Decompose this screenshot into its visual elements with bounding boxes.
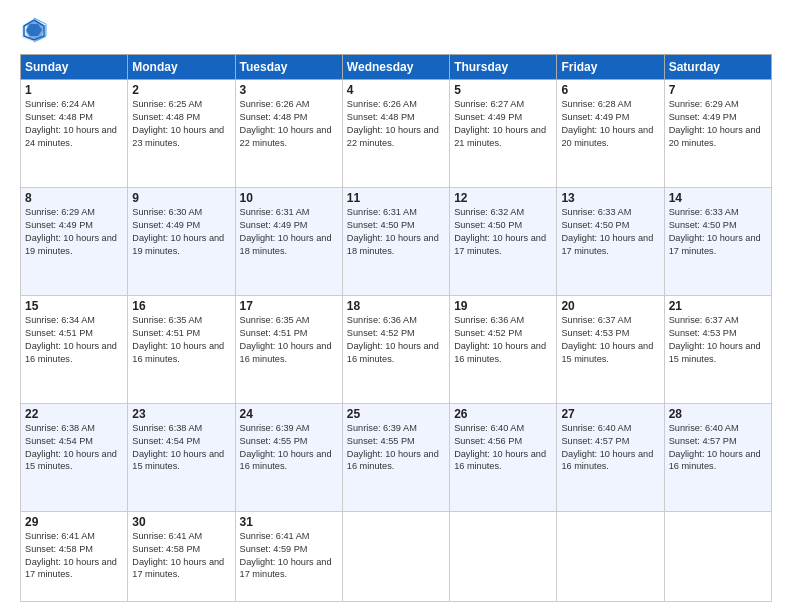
day-number: 12 (454, 191, 552, 205)
day-number: 31 (240, 515, 338, 529)
cell-info: Sunrise: 6:33 AMSunset: 4:50 PMDaylight:… (669, 207, 761, 256)
calendar-cell-day-22: 22Sunrise: 6:38 AMSunset: 4:54 PMDayligh… (21, 403, 128, 511)
day-number: 23 (132, 407, 230, 421)
day-number: 19 (454, 299, 552, 313)
calendar-cell-day-3: 3Sunrise: 6:26 AMSunset: 4:48 PMDaylight… (235, 80, 342, 188)
cell-info: Sunrise: 6:26 AMSunset: 4:48 PMDaylight:… (347, 99, 439, 148)
cell-info: Sunrise: 6:33 AMSunset: 4:50 PMDaylight:… (561, 207, 653, 256)
cell-info: Sunrise: 6:34 AMSunset: 4:51 PMDaylight:… (25, 315, 117, 364)
day-number: 22 (25, 407, 123, 421)
cell-info: Sunrise: 6:41 AMSunset: 4:58 PMDaylight:… (132, 531, 224, 580)
calendar-week-row: 1Sunrise: 6:24 AMSunset: 4:48 PMDaylight… (21, 80, 772, 188)
day-number: 25 (347, 407, 445, 421)
day-number: 8 (25, 191, 123, 205)
cell-info: Sunrise: 6:31 AMSunset: 4:49 PMDaylight:… (240, 207, 332, 256)
cell-info: Sunrise: 6:30 AMSunset: 4:49 PMDaylight:… (132, 207, 224, 256)
calendar-cell-day-27: 27Sunrise: 6:40 AMSunset: 4:57 PMDayligh… (557, 403, 664, 511)
day-number: 9 (132, 191, 230, 205)
cell-info: Sunrise: 6:27 AMSunset: 4:49 PMDaylight:… (454, 99, 546, 148)
calendar-week-row: 8Sunrise: 6:29 AMSunset: 4:49 PMDaylight… (21, 187, 772, 295)
cell-info: Sunrise: 6:41 AMSunset: 4:59 PMDaylight:… (240, 531, 332, 580)
calendar-cell-empty (557, 511, 664, 601)
day-number: 1 (25, 83, 123, 97)
weekday-header-wednesday: Wednesday (342, 55, 449, 80)
day-number: 4 (347, 83, 445, 97)
calendar-cell-day-14: 14Sunrise: 6:33 AMSunset: 4:50 PMDayligh… (664, 187, 771, 295)
day-number: 27 (561, 407, 659, 421)
weekday-header-monday: Monday (128, 55, 235, 80)
cell-info: Sunrise: 6:41 AMSunset: 4:58 PMDaylight:… (25, 531, 117, 580)
day-number: 24 (240, 407, 338, 421)
day-number: 13 (561, 191, 659, 205)
calendar-cell-day-1: 1Sunrise: 6:24 AMSunset: 4:48 PMDaylight… (21, 80, 128, 188)
calendar-cell-day-24: 24Sunrise: 6:39 AMSunset: 4:55 PMDayligh… (235, 403, 342, 511)
cell-info: Sunrise: 6:24 AMSunset: 4:48 PMDaylight:… (25, 99, 117, 148)
day-number: 5 (454, 83, 552, 97)
calendar-cell-day-31: 31Sunrise: 6:41 AMSunset: 4:59 PMDayligh… (235, 511, 342, 601)
day-number: 30 (132, 515, 230, 529)
cell-info: Sunrise: 6:37 AMSunset: 4:53 PMDaylight:… (561, 315, 653, 364)
calendar-cell-day-20: 20Sunrise: 6:37 AMSunset: 4:53 PMDayligh… (557, 295, 664, 403)
calendar-cell-day-21: 21Sunrise: 6:37 AMSunset: 4:53 PMDayligh… (664, 295, 771, 403)
day-number: 16 (132, 299, 230, 313)
cell-info: Sunrise: 6:39 AMSunset: 4:55 PMDaylight:… (347, 423, 439, 472)
day-number: 3 (240, 83, 338, 97)
day-number: 20 (561, 299, 659, 313)
calendar-cell-day-8: 8Sunrise: 6:29 AMSunset: 4:49 PMDaylight… (21, 187, 128, 295)
weekday-header-friday: Friday (557, 55, 664, 80)
calendar-cell-day-2: 2Sunrise: 6:25 AMSunset: 4:48 PMDaylight… (128, 80, 235, 188)
page: SundayMondayTuesdayWednesdayThursdayFrid… (0, 0, 792, 612)
calendar-week-row: 22Sunrise: 6:38 AMSunset: 4:54 PMDayligh… (21, 403, 772, 511)
day-number: 28 (669, 407, 767, 421)
cell-info: Sunrise: 6:40 AMSunset: 4:57 PMDaylight:… (561, 423, 653, 472)
cell-info: Sunrise: 6:35 AMSunset: 4:51 PMDaylight:… (240, 315, 332, 364)
calendar-cell-day-23: 23Sunrise: 6:38 AMSunset: 4:54 PMDayligh… (128, 403, 235, 511)
header (20, 16, 772, 44)
cell-info: Sunrise: 6:40 AMSunset: 4:56 PMDaylight:… (454, 423, 546, 472)
cell-info: Sunrise: 6:37 AMSunset: 4:53 PMDaylight:… (669, 315, 761, 364)
calendar-cell-day-18: 18Sunrise: 6:36 AMSunset: 4:52 PMDayligh… (342, 295, 449, 403)
logo-icon (20, 16, 48, 44)
cell-info: Sunrise: 6:38 AMSunset: 4:54 PMDaylight:… (25, 423, 117, 472)
day-number: 21 (669, 299, 767, 313)
cell-info: Sunrise: 6:40 AMSunset: 4:57 PMDaylight:… (669, 423, 761, 472)
calendar-cell-day-9: 9Sunrise: 6:30 AMSunset: 4:49 PMDaylight… (128, 187, 235, 295)
calendar-week-row: 29Sunrise: 6:41 AMSunset: 4:58 PMDayligh… (21, 511, 772, 601)
weekday-header-row: SundayMondayTuesdayWednesdayThursdayFrid… (21, 55, 772, 80)
cell-info: Sunrise: 6:31 AMSunset: 4:50 PMDaylight:… (347, 207, 439, 256)
calendar-cell-day-7: 7Sunrise: 6:29 AMSunset: 4:49 PMDaylight… (664, 80, 771, 188)
cell-info: Sunrise: 6:36 AMSunset: 4:52 PMDaylight:… (347, 315, 439, 364)
day-number: 18 (347, 299, 445, 313)
calendar-cell-day-15: 15Sunrise: 6:34 AMSunset: 4:51 PMDayligh… (21, 295, 128, 403)
cell-info: Sunrise: 6:36 AMSunset: 4:52 PMDaylight:… (454, 315, 546, 364)
cell-info: Sunrise: 6:26 AMSunset: 4:48 PMDaylight:… (240, 99, 332, 148)
calendar-cell-day-28: 28Sunrise: 6:40 AMSunset: 4:57 PMDayligh… (664, 403, 771, 511)
calendar-cell-day-11: 11Sunrise: 6:31 AMSunset: 4:50 PMDayligh… (342, 187, 449, 295)
day-number: 2 (132, 83, 230, 97)
calendar-cell-day-4: 4Sunrise: 6:26 AMSunset: 4:48 PMDaylight… (342, 80, 449, 188)
day-number: 10 (240, 191, 338, 205)
weekday-header-thursday: Thursday (450, 55, 557, 80)
calendar-cell-day-26: 26Sunrise: 6:40 AMSunset: 4:56 PMDayligh… (450, 403, 557, 511)
calendar-cell-day-13: 13Sunrise: 6:33 AMSunset: 4:50 PMDayligh… (557, 187, 664, 295)
day-number: 6 (561, 83, 659, 97)
calendar-cell-day-19: 19Sunrise: 6:36 AMSunset: 4:52 PMDayligh… (450, 295, 557, 403)
calendar-cell-day-25: 25Sunrise: 6:39 AMSunset: 4:55 PMDayligh… (342, 403, 449, 511)
cell-info: Sunrise: 6:38 AMSunset: 4:54 PMDaylight:… (132, 423, 224, 472)
calendar-cell-day-29: 29Sunrise: 6:41 AMSunset: 4:58 PMDayligh… (21, 511, 128, 601)
day-number: 26 (454, 407, 552, 421)
cell-info: Sunrise: 6:29 AMSunset: 4:49 PMDaylight:… (25, 207, 117, 256)
calendar-cell-day-5: 5Sunrise: 6:27 AMSunset: 4:49 PMDaylight… (450, 80, 557, 188)
calendar-cell-empty (342, 511, 449, 601)
weekday-header-sunday: Sunday (21, 55, 128, 80)
cell-info: Sunrise: 6:35 AMSunset: 4:51 PMDaylight:… (132, 315, 224, 364)
calendar-cell-empty (664, 511, 771, 601)
calendar-week-row: 15Sunrise: 6:34 AMSunset: 4:51 PMDayligh… (21, 295, 772, 403)
day-number: 11 (347, 191, 445, 205)
calendar-cell-day-16: 16Sunrise: 6:35 AMSunset: 4:51 PMDayligh… (128, 295, 235, 403)
cell-info: Sunrise: 6:29 AMSunset: 4:49 PMDaylight:… (669, 99, 761, 148)
day-number: 7 (669, 83, 767, 97)
calendar-cell-day-30: 30Sunrise: 6:41 AMSunset: 4:58 PMDayligh… (128, 511, 235, 601)
day-number: 15 (25, 299, 123, 313)
cell-info: Sunrise: 6:39 AMSunset: 4:55 PMDaylight:… (240, 423, 332, 472)
